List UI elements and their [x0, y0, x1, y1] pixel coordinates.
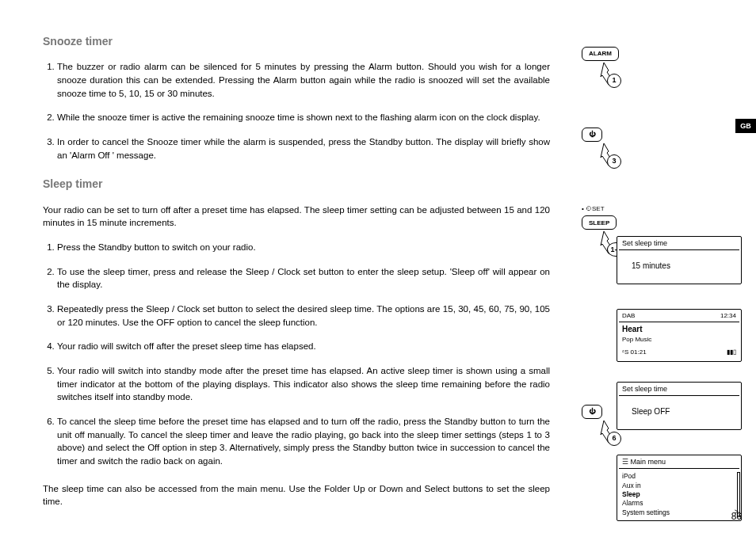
- snooze-steps: The buzzer or radio alarm can be silence…: [43, 60, 550, 162]
- list-item: Press the Standby button to switch on yo…: [57, 241, 550, 254]
- screen-set-sleep-15: Set sleep time 15 minutes: [617, 236, 742, 284]
- screen-body: Sleep OFF: [622, 399, 736, 424]
- step-badge: 6: [607, 432, 621, 446]
- menu-item: Alarms: [622, 499, 736, 508]
- list-item: Your radio will switch into standby mode…: [57, 364, 550, 404]
- menu-item: iPod: [622, 472, 736, 481]
- heading-sleep-timer: Sleep timer: [43, 176, 550, 192]
- illustration-standby-button: ⏻ 3: [582, 127, 645, 175]
- screen-title: Set sleep time: [619, 384, 739, 396]
- heading-snooze-timer: Snooze timer: [43, 33, 550, 49]
- screen-title: ☰ Main menu: [619, 457, 739, 469]
- menu-item: Aux in: [622, 482, 736, 490]
- list-item: Your radio will switch off after the pre…: [57, 340, 550, 353]
- sleep-steps: Press the Standby button to switch on yo…: [43, 241, 550, 468]
- page-number: 86: [731, 510, 742, 523]
- genre-label: Pop Music: [622, 335, 736, 345]
- hand-icon: 1: [582, 61, 621, 94]
- screen-main-menu: ☰ Main menu iPod Aux in Sleep Alarms Sys…: [617, 455, 742, 521]
- step-badge: 3: [607, 154, 621, 169]
- sleep-outro: The sleep time can also be accessed from…: [43, 482, 550, 508]
- hand-icon: 6: [582, 419, 621, 452]
- content-column: Snooze timer The buzzer or radio alarm c…: [43, 33, 550, 520]
- list-item: While the snooze timer is active the rem…: [57, 111, 550, 124]
- list-item: To use the sleep timer, press and releas…: [57, 265, 550, 291]
- signal-icon: ▮▮▯: [727, 348, 736, 357]
- mode-label: DAB: [622, 311, 635, 321]
- menu-item-selected: Sleep: [622, 490, 736, 499]
- hand-icon: 3: [582, 142, 621, 175]
- list-item: The buzzer or radio alarm can be silence…: [57, 60, 550, 100]
- list-item: To cancel the sleep time before the pres…: [57, 415, 550, 468]
- list-item: Repeatedly press the Sleep / Clock set b…: [57, 303, 550, 329]
- screen-title: Set sleep time: [619, 238, 739, 250]
- step-badge: 1: [607, 74, 621, 88]
- clock-label: 12:34: [720, 311, 736, 321]
- station-name: Heart: [622, 324, 736, 336]
- screen-sleep-off: Set sleep time Sleep OFF: [617, 382, 742, 430]
- sleep-overlabel: • ⏲SET: [582, 204, 645, 214]
- sleep-intro: Your radio can be set to turn off after …: [43, 204, 550, 230]
- screen-now-playing: DAB 12:34 Heart Pop Music ᶻS 01:21 ▮▮▯: [617, 309, 742, 362]
- sleep-remaining: ᶻS 01:21: [622, 348, 647, 357]
- illustration-alarm-button: ALARM 1: [582, 46, 645, 94]
- manual-page: { "tab": "GB", "pageNumber": "86", "sect…: [0, 0, 756, 533]
- screen-body: 15 minutes: [622, 253, 736, 279]
- language-tab: GB: [735, 119, 756, 133]
- hand-icon: 1-3: [582, 230, 621, 263]
- list-item: In order to cancel the Snooze timer whil…: [57, 135, 550, 162]
- menu-item: System settings: [622, 508, 736, 517]
